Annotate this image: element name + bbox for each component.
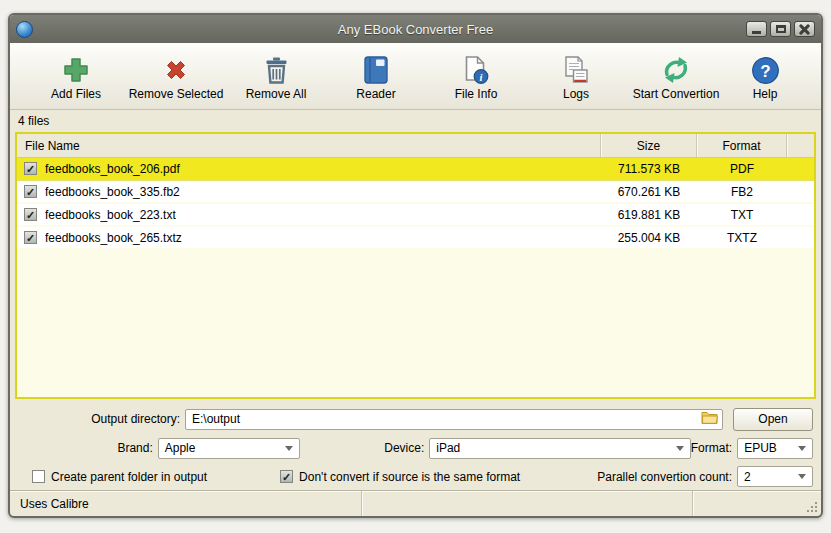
app-window: Any EBook Converter Free Add FilesRemove… <box>8 13 823 518</box>
table-row[interactable]: ✓feedbooks_book_223.txt619.881 KBTXT <box>17 204 814 227</box>
close-button[interactable] <box>794 21 815 37</box>
status-panel <box>362 491 693 516</box>
remove-selected-icon <box>161 51 191 85</box>
ebook-app-icon <box>16 21 33 38</box>
reader-button[interactable]: Reader <box>326 51 426 101</box>
file-name: feedbooks_book_206.pdf <box>45 162 601 176</box>
toolbar-button-label: Help <box>753 87 778 101</box>
toolbar-button-label: Logs <box>563 87 589 101</box>
file-format: PDF <box>697 162 787 176</box>
toolbar-button-label: Reader <box>356 87 395 101</box>
file-size: 711.573 KB <box>601 162 697 176</box>
file-info-icon: i <box>462 51 490 85</box>
file-name: feedbooks_book_223.txt <box>45 208 601 222</box>
toolbar-button-label: Remove Selected <box>129 87 224 101</box>
output-directory-row: Output directory: E:\output Open <box>10 405 821 433</box>
table-row[interactable]: ✓feedbooks_book_206.pdf711.573 KBPDF <box>17 158 814 181</box>
parallel-count-group: Parallel convertion count: 2 <box>597 466 813 487</box>
file-name: feedbooks_book_265.txtz <box>45 231 601 245</box>
parallel-count-select[interactable]: 2 <box>737 466 813 487</box>
toolbar-button-label: Add Files <box>51 87 101 101</box>
svg-text:?: ? <box>760 62 770 81</box>
parallel-count-value: 2 <box>744 470 751 484</box>
brand-select[interactable]: Apple <box>158 438 300 459</box>
maximize-icon <box>776 25 786 33</box>
remove-all-icon <box>263 51 290 85</box>
file-checkbox[interactable]: ✓ <box>24 208 37 221</box>
file-checkbox[interactable]: ✓ <box>24 231 37 244</box>
file-name: feedbooks_book_335.fb2 <box>45 185 601 199</box>
add-files-icon <box>61 51 91 85</box>
column-header-spacer <box>787 134 814 157</box>
file-checkbox[interactable]: ✓ <box>24 162 37 175</box>
resize-grip[interactable] <box>806 501 819 514</box>
window-controls <box>743 21 815 37</box>
toolbar-button-label: Remove All <box>246 87 307 101</box>
output-directory-label: Output directory: <box>10 412 185 426</box>
format-value: EPUB <box>744 441 777 455</box>
file-size: 255.004 KB <box>601 231 697 245</box>
help-button[interactable]: ?Help <box>733 51 797 101</box>
table-row[interactable]: ✓feedbooks_book_265.txtz255.004 KBTXTZ <box>17 227 814 250</box>
file-table: File Name Size Format ✓feedbooks_book_20… <box>15 132 816 399</box>
help-icon: ? <box>751 51 780 85</box>
reader-icon <box>363 51 389 85</box>
column-header-size[interactable]: Size <box>601 134 697 157</box>
output-directory-value: E:\output <box>192 412 701 426</box>
minimize-button[interactable] <box>746 21 767 37</box>
device-select[interactable]: iPad <box>429 438 691 459</box>
create-parent-checkbox[interactable] <box>32 470 45 483</box>
device-settings-row: Brand: Apple Device: iPad Format: EPUB <box>10 433 821 463</box>
minimize-icon <box>752 31 761 34</box>
dont-convert-checkbox[interactable]: ✓ <box>280 470 293 483</box>
device-label: Device: <box>300 441 430 455</box>
dont-convert-label: Don't convert if source is the same form… <box>299 470 520 484</box>
brand-label: Brand: <box>20 441 158 455</box>
file-format: TXTZ <box>697 231 787 245</box>
logs-icon <box>562 51 590 85</box>
start-convertion-button[interactable]: Start Convertion <box>626 51 726 101</box>
file-format: TXT <box>697 208 787 222</box>
file-checkbox[interactable]: ✓ <box>24 185 37 198</box>
remove-all-button[interactable]: Remove All <box>226 51 326 101</box>
parallel-count-label: Parallel convertion count: <box>597 470 737 484</box>
window-title: Any EBook Converter Free <box>10 22 821 37</box>
table-row[interactable]: ✓feedbooks_book_335.fb2670.261 KBFB2 <box>17 181 814 204</box>
format-select[interactable]: EPUB <box>737 438 813 459</box>
add-files-button[interactable]: Add Files <box>26 51 126 101</box>
statusbar: Uses Calibre <box>10 490 821 516</box>
file-size: 670.261 KB <box>601 185 697 199</box>
chevron-down-icon <box>285 446 293 451</box>
create-parent-label: Create parent folder in output <box>51 470 207 484</box>
close-icon <box>799 24 810 35</box>
open-button[interactable]: Open <box>733 408 813 431</box>
start-convertion-icon <box>660 51 692 85</box>
folder-icon[interactable] <box>701 411 718 427</box>
file-size: 619.881 KB <box>601 208 697 222</box>
status-panel <box>693 491 821 516</box>
status-text: Uses Calibre <box>10 491 362 516</box>
file-info-button[interactable]: iFile Info <box>426 51 526 101</box>
table-header: File Name Size Format <box>17 134 814 158</box>
toolbar: Add FilesRemove SelectedRemove AllReader… <box>10 43 821 110</box>
chevron-down-icon <box>798 446 806 451</box>
toolbar-button-label: File Info <box>455 87 498 101</box>
remove-selected-button[interactable]: Remove Selected <box>126 51 226 101</box>
toolbar-button-label: Start Convertion <box>633 87 720 101</box>
options-row: Create parent folder in output ✓ Don't c… <box>10 463 821 490</box>
chevron-down-icon <box>798 474 806 479</box>
format-label: Format: <box>691 441 737 455</box>
titlebar: Any EBook Converter Free <box>10 15 821 43</box>
chevron-down-icon <box>676 446 684 451</box>
device-value: iPad <box>436 441 460 455</box>
maximize-button[interactable] <box>770 21 791 37</box>
logs-button[interactable]: Logs <box>526 51 626 101</box>
table-body: ✓feedbooks_book_206.pdf711.573 KBPDF✓fee… <box>17 158 814 250</box>
svg-text:i: i <box>480 72 483 83</box>
file-count-label: 4 files <box>10 110 821 132</box>
brand-value: Apple <box>165 441 196 455</box>
column-header-file-name[interactable]: File Name <box>17 134 601 157</box>
output-directory-input[interactable]: E:\output <box>185 409 723 430</box>
file-format: FB2 <box>697 185 787 199</box>
column-header-format[interactable]: Format <box>697 134 787 157</box>
